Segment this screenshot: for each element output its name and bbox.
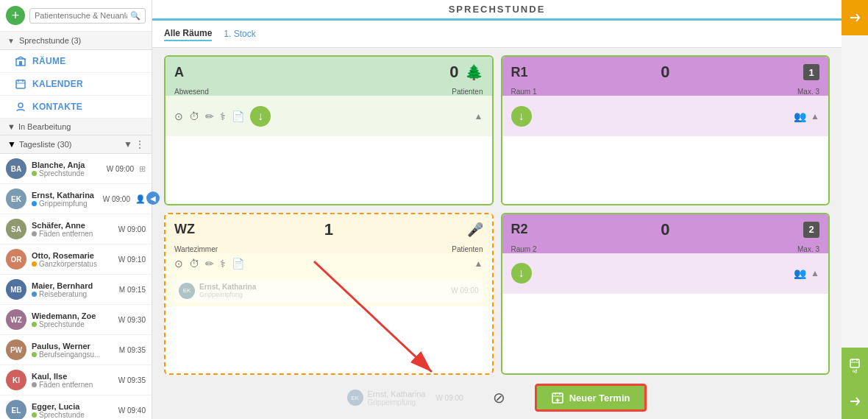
right-panel-exit2-button[interactable] bbox=[842, 384, 868, 419]
in-bearbeitung-section[interactable]: ▼ In Bearbeitung bbox=[0, 119, 152, 135]
room-r2-download-button[interactable]: ↓ bbox=[511, 263, 532, 284]
room-r1-download-button[interactable]: ↓ bbox=[511, 106, 532, 127]
svg-point-6 bbox=[18, 103, 23, 108]
ghost-patient-name: Ernst, Katharina bbox=[368, 390, 426, 398]
patient-time: W 09:00 bbox=[107, 165, 134, 173]
expand-r1-icon[interactable]: ▲ bbox=[811, 111, 819, 122]
list-item[interactable]: OR Otto, Rosemarie Ganzkörperstatus W 09… bbox=[0, 244, 152, 275]
status-dot bbox=[32, 322, 37, 327]
expand-icon[interactable]: ▲ bbox=[474, 111, 483, 122]
patient-sub: Sprechstunde bbox=[32, 320, 113, 328]
patient-name: Maier, Bernhard bbox=[32, 281, 114, 290]
wz-timer-icon[interactable]: ⏱ bbox=[189, 258, 199, 270]
expand-wz-icon[interactable]: ▲ bbox=[474, 258, 483, 269]
list-item[interactable]: SA Schäfer, Anne Fäden entfernen W 09:00 bbox=[0, 214, 152, 244]
neuer-termin-button[interactable]: Neuer Termin bbox=[535, 384, 647, 412]
room-r2-right-actions: 👥 ▲ bbox=[794, 267, 819, 279]
sidebar-item-kalender[interactable]: KALENDER bbox=[0, 73, 152, 96]
camera-icon[interactable]: ⊙ bbox=[174, 110, 183, 122]
app-container: + 🔍 ▼ Sprechstunde (3) RÄUME bbox=[0, 0, 868, 419]
patient-name: Egger, Lucia bbox=[32, 402, 113, 411]
room-a-sublabels: Abwesend Patienten bbox=[166, 88, 492, 96]
list-item[interactable]: WZ Wiedemann, Zoe Sprechstunde W 09:30 bbox=[0, 305, 152, 335]
wz-pen-icon[interactable]: ✏ bbox=[205, 258, 214, 270]
sidebar-item-kontakte[interactable]: KONTAKTE bbox=[0, 96, 152, 119]
add-patient-button[interactable]: + bbox=[6, 6, 25, 25]
room-wz-meta: 🎤 bbox=[339, 222, 483, 238]
filter-tab-1-stock[interactable]: 1. Stock bbox=[224, 27, 255, 41]
sidebar-item-raeume[interactable]: RÄUME bbox=[0, 50, 152, 73]
sidebar-collapse-button[interactable]: ◀ bbox=[146, 191, 160, 205]
list-item[interactable]: PW Paulus, Werner Berufseingangsu... M 0… bbox=[0, 335, 152, 365]
right-calendar-icon bbox=[850, 358, 860, 368]
avatar: EL bbox=[6, 400, 26, 419]
room-wz-actions: ⊙ ⏱ ✏ ⚕ 📄 ▲ bbox=[174, 258, 483, 270]
patient-sub: Ganzkörperstatus bbox=[32, 260, 113, 268]
room-wz-header: WZ 1 🎤 bbox=[166, 214, 492, 245]
raeume-icon bbox=[15, 55, 26, 67]
patient-name: Otto, Rosemarie bbox=[32, 251, 113, 260]
filter-icon[interactable]: ▼ bbox=[124, 139, 132, 149]
list-item[interactable]: KI Kaul, Ilse Fäden entfernen W 09:35 bbox=[0, 365, 152, 395]
patient-sub: Fäden entfernen bbox=[32, 230, 113, 238]
patient-info: Wiedemann, Zoe Sprechstunde bbox=[32, 311, 113, 328]
status-dot bbox=[32, 261, 37, 267]
sprechstunde-chevron: ▼ bbox=[7, 37, 15, 45]
wz-patient-row: EK Ernst, Katharina Grippeimpfung W 09:0… bbox=[179, 283, 479, 299]
svg-rect-16 bbox=[850, 359, 859, 367]
room-r1-badge: 1 bbox=[803, 64, 819, 80]
exit-icon bbox=[849, 12, 861, 24]
wz-patient-avatar: EK bbox=[179, 283, 195, 299]
filter-tab-alle-raeume[interactable]: Alle Räume bbox=[164, 27, 212, 41]
room-card-a: A 0 🌲 Abwesend Patienten ⊙ ⏱ bbox=[164, 55, 494, 205]
sprechstunde-section[interactable]: ▼ Sprechstunde (3) bbox=[0, 32, 152, 50]
person-icon: 👤 bbox=[135, 194, 146, 204]
right-panel-exit-button[interactable] bbox=[842, 0, 868, 35]
room-r1-body: ↓ 👥 ▲ bbox=[502, 96, 829, 136]
in-bearbeitung-chevron: ▼ bbox=[7, 122, 15, 131]
list-item[interactable]: BA Blanche, Anja Sprechstunde W 09:00 ⊞ bbox=[0, 154, 152, 184]
wz-patient-name: Ernst, Katharina bbox=[199, 283, 447, 291]
add-person-r2-icon[interactable]: 👥 bbox=[794, 267, 806, 279]
wz-stethoscope-icon[interactable]: ⚕ bbox=[220, 258, 226, 270]
search-icon: 🔍 bbox=[130, 11, 140, 21]
search-input[interactable] bbox=[35, 11, 127, 20]
download-button[interactable]: ↓ bbox=[250, 106, 271, 127]
wz-camera-icon[interactable]: ⊙ bbox=[174, 258, 183, 270]
stethoscope-icon[interactable]: ⚕ bbox=[220, 110, 226, 122]
pen-icon[interactable]: ✏ bbox=[205, 110, 214, 122]
tagesliste-label: Tagesliste (30) bbox=[19, 140, 121, 149]
list-item[interactable]: EK Ernst, Katharina Grippeimpfung W 09:0… bbox=[0, 184, 152, 214]
exit2-icon bbox=[849, 395, 861, 407]
avatar: OR bbox=[6, 249, 26, 270]
patient-time: W 09:10 bbox=[118, 256, 146, 264]
list-item[interactable]: MB Maier, Bernhard Reiseberatung M 09:15 bbox=[0, 275, 152, 305]
chart-icon: ⊞ bbox=[139, 164, 146, 174]
ghost-patient-time: W 09:00 bbox=[435, 394, 463, 402]
room-r2-meta: 2 bbox=[675, 222, 819, 238]
room-card-r2: R2 0 2 Raum 2 Max. 3 ↓ 👥 ▲ bbox=[501, 213, 830, 376]
kontakte-icon bbox=[15, 101, 26, 113]
avatar: KI bbox=[6, 370, 26, 390]
room-a-meta: 🌲 bbox=[465, 63, 483, 81]
room-card-wz: WZ 1 🎤 Wartezimmer Patienten ⊙ ⏱ bbox=[164, 213, 494, 376]
right-panel-calendar-button[interactable]: & bbox=[842, 348, 868, 384]
timer-icon[interactable]: ⏱ bbox=[189, 110, 199, 122]
patient-sub: Grippeimpfung bbox=[32, 200, 98, 208]
patient-time: W 09:40 bbox=[118, 406, 146, 415]
room-r2-count-label: Max. 3 bbox=[797, 245, 819, 253]
patient-time: M 09:35 bbox=[119, 346, 146, 354]
bottom-area: EK Ernst, Katharina Grippeimpfung W 09:0… bbox=[152, 378, 842, 419]
room-a-actions: ⊙ ⏱ ✏ ⚕ 📄 ↓ bbox=[174, 106, 469, 127]
wz-patient-item[interactable]: EK Ernst, Katharina Grippeimpfung W 09:0… bbox=[174, 280, 483, 302]
file-icon[interactable]: 📄 bbox=[232, 110, 244, 122]
expand-r2-icon[interactable]: ▲ bbox=[811, 268, 819, 278]
wz-file-icon[interactable]: 📄 bbox=[232, 258, 244, 270]
more-icon[interactable]: ⋮ bbox=[135, 139, 144, 149]
room-a-body: ⊙ ⏱ ✏ ⚕ 📄 ↓ ▲ bbox=[166, 96, 492, 136]
right-sidebar: & bbox=[842, 0, 868, 419]
list-item[interactable]: EL Egger, Lucia Sprechstunde W 09:40 bbox=[0, 395, 152, 419]
room-wz-sublabels: Wartezimmer Patienten bbox=[166, 245, 492, 253]
add-person-icon[interactable]: 👥 bbox=[794, 110, 806, 122]
patient-info: Otto, Rosemarie Ganzkörperstatus bbox=[32, 251, 113, 268]
